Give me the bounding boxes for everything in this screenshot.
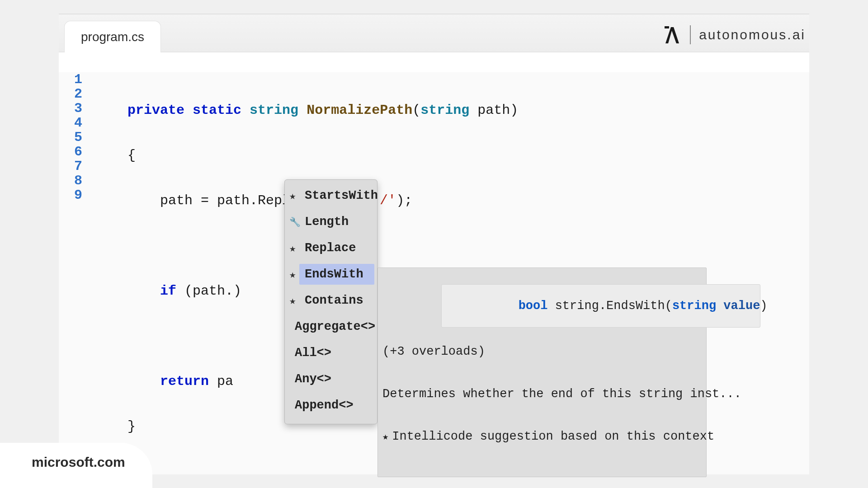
source-chip: microsoft.com <box>0 443 152 488</box>
autocomplete-label: All<> <box>295 346 331 360</box>
autocomplete-popup[interactable]: ★StartsWith🔧Length★Replace★EndsWith★Cont… <box>284 179 377 424</box>
line-number: 3 <box>59 101 88 116</box>
autocomplete-label: Append<> <box>295 399 354 412</box>
line-number: 8 <box>59 174 88 188</box>
line-number: 6 <box>59 145 88 159</box>
line-number: 2 <box>59 87 88 101</box>
star-icon: ★ <box>289 294 296 307</box>
code-line[interactable]: private static string NormalizePath(stri… <box>127 103 518 117</box>
autocomplete-label: StartsWith <box>305 189 378 202</box>
signature-line: bool string.EndsWith(string value) <box>441 284 760 328</box>
editor-window: program.cs autonomous.ai 1 2 3 4 5 6 7 8… <box>59 14 809 474</box>
autocomplete-item[interactable]: Append<> <box>285 392 377 418</box>
tab-filename: program.cs <box>81 30 144 44</box>
autocomplete-label: EndsWith <box>305 267 363 281</box>
line-gutter: 1 2 3 4 5 6 7 8 9 <box>59 72 88 202</box>
wrench-icon: 🔧 <box>289 216 301 228</box>
star-icon: ★ <box>289 242 296 255</box>
autocomplete-label: Aggregate<> <box>295 320 375 333</box>
autocomplete-item[interactable]: ★StartsWith <box>285 183 377 209</box>
intellicode-note: ★Intellicode suggestion based on this co… <box>382 429 702 445</box>
autocomplete-item[interactable]: ★EndsWith <box>285 261 377 287</box>
star-icon: ★ <box>289 189 296 202</box>
brand-text: autonomous.ai <box>699 27 806 42</box>
star-icon: ★ <box>382 432 388 443</box>
star-icon: ★ <box>289 268 296 281</box>
line-number: 1 <box>59 72 88 87</box>
tab-bar: program.cs autonomous.ai <box>59 14 809 52</box>
autocomplete-item[interactable]: Any<> <box>285 366 377 392</box>
autocomplete-item[interactable]: Aggregate<> <box>285 314 377 340</box>
autocomplete-item[interactable]: 🔧Length <box>285 209 377 235</box>
autocomplete-label: Contains <box>305 294 363 307</box>
source-text: microsoft.com <box>32 455 125 469</box>
brand-divider <box>690 25 691 44</box>
autocomplete-label: Length <box>305 215 349 229</box>
svg-rect-0 <box>665 26 669 28</box>
signature-tooltip: bool string.EndsWith(string value) (+3 o… <box>377 267 707 477</box>
brand: autonomous.ai <box>663 24 806 45</box>
autocomplete-item[interactable]: All<> <box>285 340 377 366</box>
overloads-text: (+3 overloads) <box>382 344 702 359</box>
line-number: 4 <box>59 116 88 130</box>
description-text: Determines whether the end of this strin… <box>382 386 702 402</box>
code-editor[interactable]: 1 2 3 4 5 6 7 8 9 private static string … <box>59 52 809 72</box>
code-body[interactable]: private static string NormalizePath(stri… <box>127 72 518 488</box>
lambda-icon <box>663 24 682 45</box>
autocomplete-label: Any<> <box>295 372 331 386</box>
tab-active[interactable]: program.cs <box>64 21 161 53</box>
line-number: 9 <box>59 188 88 202</box>
code-line[interactable]: { <box>127 148 518 163</box>
autocomplete-label: Replace <box>305 241 356 255</box>
line-number: 5 <box>59 130 88 145</box>
autocomplete-item[interactable]: ★Replace <box>285 235 377 261</box>
autocomplete-item[interactable]: ★Contains <box>285 287 377 314</box>
line-number: 7 <box>59 159 88 174</box>
